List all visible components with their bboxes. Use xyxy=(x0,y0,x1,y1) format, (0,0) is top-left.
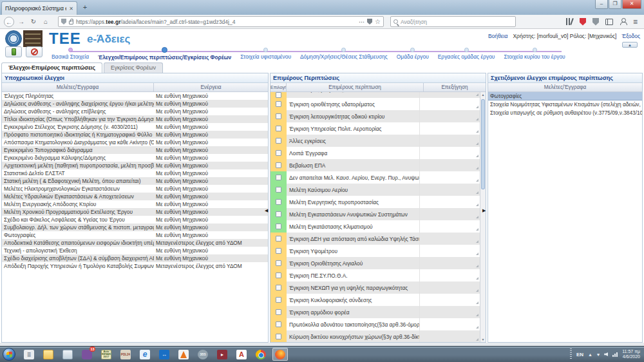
table-row[interactable]: Έγκριση ΝΕΧΩΠ για γη υψηλής παραγωγικότη… xyxy=(270,281,486,294)
explanation-textarea[interactable] xyxy=(419,98,480,110)
taskbar-icon-kenak[interactable]: Auto KENAK 2017 xyxy=(99,348,114,361)
explanation-textarea[interactable] xyxy=(419,269,480,281)
resize-grip-icon[interactable] xyxy=(476,252,478,255)
row-checkbox[interactable] xyxy=(276,334,281,339)
stepper-step-1[interactable]: Βασικά Στοιχεία xyxy=(52,48,89,61)
table-row[interactable]: Εγκεκριμένο Τοπογραφικό διάγραμμαΜε ευθύ… xyxy=(2,146,268,154)
table-row[interactable]: Τεχνική - απολογιστική ΈκθεσηΜε ευθύνη Μ… xyxy=(2,247,268,254)
table-row[interactable]: Μελέτη Καύσιμου Αερίου xyxy=(270,184,486,196)
resize-grip-icon[interactable] xyxy=(476,277,478,280)
explanation-textarea[interactable] xyxy=(419,110,480,122)
browser-tab[interactable]: Πληροφοριακό Σύστημα e-Άδειες ✕ xyxy=(1,1,77,15)
action-center-icon[interactable]: ♥ xyxy=(597,352,600,357)
search-box[interactable] xyxy=(390,16,516,27)
stepper-step-5[interactable]: Ομάδα έργου xyxy=(397,48,429,61)
table-row[interactable]: Εγκεκριμένο Στέλεχος Έγκρισης Δόμησης (ν… xyxy=(2,123,268,131)
row-checkbox[interactable] xyxy=(276,297,281,303)
reload-icon[interactable]: ↻ xyxy=(28,17,39,27)
table-row[interactable]: Πρόσφατο πιστοποιητικό ιδιοκτησίας ή Κτη… xyxy=(2,131,268,138)
stepper-step-4[interactable]: Δόμηση/Χρήσεις/Θέσεις Στάθμευσης xyxy=(300,48,388,61)
row-checkbox[interactable] xyxy=(276,101,281,107)
taskbar-icon-adobe[interactable]: A xyxy=(234,348,249,361)
table-row[interactable]: Δηλώσεις ανάθεσης - ανάληψης διαχείρισης… xyxy=(2,100,268,108)
taskbar-icon-vlc[interactable] xyxy=(176,348,191,361)
table-row[interactable]: Έγκριση Υπηρεσίας Πολιτ. Αεροπορίας xyxy=(270,122,486,135)
table-row[interactable]: Μελέτη Ενεργητικής πυροπροστασίας xyxy=(270,196,486,208)
resize-grip-icon[interactable] xyxy=(476,142,478,145)
resize-grip-icon[interactable] xyxy=(476,130,478,133)
taskbar-grip[interactable] xyxy=(570,348,572,360)
explanation-textarea[interactable] xyxy=(419,306,480,318)
table-row[interactable]: Έγκριση ΔΕΗ για απόσταση από καλώδια Υψη… xyxy=(270,233,486,245)
start-button[interactable] xyxy=(3,348,15,361)
forward-icon[interactable]: → xyxy=(16,17,26,27)
stepper-step-6[interactable]: Εργασίες ομάδας έργου xyxy=(438,48,495,61)
resize-grip-icon[interactable] xyxy=(476,106,478,108)
resize-grip-icon[interactable] xyxy=(476,265,478,267)
splitter-collapse-right-icon[interactable]: ▶ xyxy=(482,208,486,213)
table-row[interactable]: Έγκριση αρμόδιου φορέα xyxy=(270,306,486,318)
table-row[interactable]: Συμβολαιογρ. Δήλ. των χώρων στάθμευσης &… xyxy=(2,224,268,231)
resize-grip-icon[interactable] xyxy=(476,191,478,194)
row-checkbox[interactable] xyxy=(276,224,281,229)
stepper-step-3[interactable]: Στοιχεία υφισταμένου xyxy=(240,48,291,61)
resize-grip-icon[interactable] xyxy=(476,216,478,218)
account-icon[interactable] xyxy=(620,18,627,25)
url-bar[interactable]: https://apps.tee.gr/adeia/faces/main?_ad… xyxy=(58,16,384,27)
table-row[interactable]: Μελέτη Εγκατάστασης Κλιματισμού xyxy=(270,220,486,233)
step-dot-icon[interactable] xyxy=(464,48,469,52)
explanation-textarea[interactable] xyxy=(419,220,480,233)
row-checkbox[interactable] xyxy=(276,321,281,327)
search-input[interactable] xyxy=(401,19,497,25)
taskbar-icon-round-app[interactable]: 3BS xyxy=(195,348,211,361)
step-dot-icon[interactable] xyxy=(410,48,415,52)
table-row[interactable]: Υποσταθμοί, ρεύματος, xyxy=(270,92,486,98)
resize-grip-icon[interactable] xyxy=(476,118,478,120)
vertical-scrollbar[interactable]: ▲ ▼ xyxy=(480,92,486,343)
taskbar-clock[interactable]: 11:57 πμ 4/6/2020 xyxy=(622,349,640,359)
table-row[interactable]: Μελέτες Υδραυλικών Εγκαταστάσεων & Αποχε… xyxy=(2,193,268,200)
table-row[interactable]: Έγκριση λειτουργικότητας οδικού κτιρίου xyxy=(270,110,486,122)
explanation-textarea[interactable] xyxy=(419,257,480,269)
window-restore-button[interactable]: ❐ xyxy=(609,0,621,9)
taskbar-icon-window-app[interactable] xyxy=(60,348,75,361)
table-row[interactable]: Άλλες εγκρίσεις xyxy=(270,135,486,147)
splitter-collapse-left-icon[interactable]: ◀ xyxy=(265,208,268,213)
bookmark-star-icon[interactable]: ☆ xyxy=(375,18,381,25)
language-indicator[interactable]: EN xyxy=(576,352,583,357)
table-row[interactable]: Έγκριση Υψομέτρου xyxy=(270,245,486,257)
table-row[interactable]: Έγκριση Οριοθέτησης Αιγιαλού xyxy=(270,257,486,269)
table-row[interactable]: Έγκριση οριοθέτησης υδατορέματος xyxy=(270,98,486,110)
row-checkbox[interactable] xyxy=(276,187,281,193)
taskbar-icon-firefox[interactable] xyxy=(272,348,288,361)
resize-grip-icon[interactable] xyxy=(476,228,478,231)
table-row[interactable]: Μελέτες Ηλεκτρομηχανολογικών Εγκαταστάσε… xyxy=(2,185,268,193)
window-minimize-button[interactable]: – xyxy=(595,0,608,9)
table-row[interactable]: Σχέδιο και Φάκελος Ασφάλειας & Υγείας το… xyxy=(2,216,268,224)
table-row[interactable]: Αποδεικτικά Κατάθεσης απαιτούμενων εισφο… xyxy=(2,239,268,247)
taskbar-icon-pol24[interactable]: POL24 xyxy=(118,348,133,361)
window-close-button[interactable]: ✕ xyxy=(622,0,641,9)
explanation-textarea[interactable] xyxy=(419,330,480,343)
menu-icon[interactable]: ≡ xyxy=(633,17,638,26)
table-row[interactable]: Μελέτη Ενεργειακής Απόδοσης ΚτιρίουΜε ευ… xyxy=(2,200,268,208)
library-icon[interactable] xyxy=(566,18,573,25)
scroll-down-icon[interactable]: ▼ xyxy=(480,337,486,343)
taskbar-icon-media-player[interactable]: ▸ xyxy=(214,348,230,361)
table-row[interactable]: Στοιχεία υπαγωγής σε ρύθμιση αυθαιρέτου … xyxy=(488,109,642,117)
table-row[interactable]: Μελέτη Χρονικού Προγραμματισμού Εκτέλεση… xyxy=(2,208,268,216)
row-checkbox[interactable] xyxy=(276,260,281,266)
row-checkbox[interactable] xyxy=(276,138,281,144)
cancel-button[interactable] xyxy=(26,46,43,57)
taskbar-icon-explorer[interactable] xyxy=(41,348,56,361)
table-row[interactable]: ΦωτογραφίεςΜε ευθύνη Μηχανικού xyxy=(2,231,268,239)
explanation-textarea[interactable] xyxy=(419,318,480,330)
table-row[interactable]: Λοιπά Έγγραφα xyxy=(270,147,486,159)
resize-grip-icon[interactable] xyxy=(476,204,478,206)
row-checkbox[interactable] xyxy=(276,162,281,168)
table-row[interactable]: Απόσπασμα Κτηματολογικού Διαγράμματος γι… xyxy=(2,138,268,146)
table-row[interactable]: Στατιστικό Δελτίο ΕΛΣΤΑΤΜε ευθύνη Μηχανι… xyxy=(2,169,268,177)
table-row[interactable]: Μελέτη Εγκαταστάσεων Ανυψωτικών Συστημάτ… xyxy=(270,208,486,220)
table-row[interactable]: Εγκεκριμένο διάγραμμα Κάλυψης/ΔόμησηςΜε … xyxy=(2,154,268,162)
tab-checks-cases[interactable]: Έλεγχοι-Επιμέρους περιπτώσεις xyxy=(1,62,102,73)
